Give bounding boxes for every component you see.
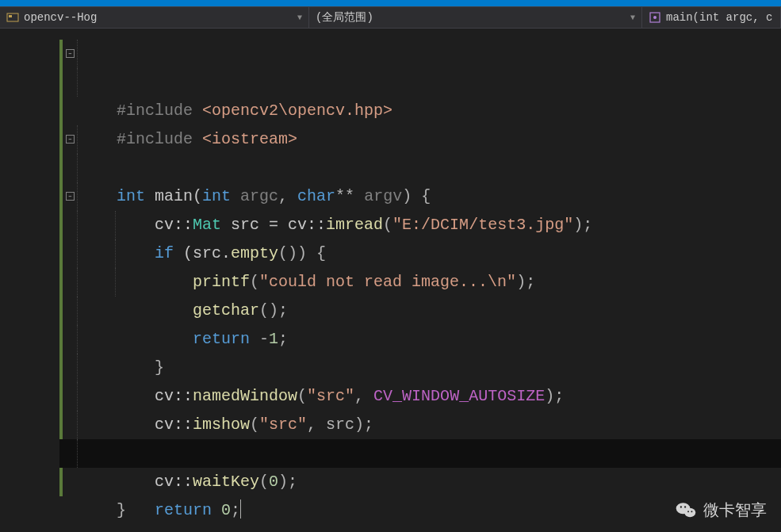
svg-point-5 xyxy=(684,508,695,517)
svg-point-6 xyxy=(680,506,682,507)
code-line: cv::waitKey(0); xyxy=(59,411,781,439)
scope-label: (全局范围) xyxy=(316,10,373,25)
code-line: int main(int argc, char** argv) { xyxy=(59,125,781,154)
code-line: cv::imshow("src", src); xyxy=(59,354,781,382)
svg-rect-1 xyxy=(9,15,12,17)
watermark: 微卡智享 xyxy=(675,499,767,521)
keyword: return xyxy=(155,501,212,519)
code-line-active: return 0; xyxy=(59,439,781,468)
code-line: getchar(); xyxy=(59,239,781,268)
code-line: #include <iostream> xyxy=(59,68,781,97)
function-icon xyxy=(649,11,661,24)
code-line xyxy=(59,382,781,411)
svg-point-8 xyxy=(687,511,689,512)
code-line: } xyxy=(59,468,781,496)
svg-point-9 xyxy=(691,511,692,512)
code-content[interactable]: #include <opencv2\opencv.hpp> #include <… xyxy=(59,29,781,532)
gutter xyxy=(0,29,59,532)
code-line: #include <opencv2\opencv.hpp> xyxy=(59,40,781,68)
code-line: cv::namedWindow("src", CV_WINDOW_AUTOSIZ… xyxy=(59,325,781,354)
code-line: cv::Mat src = cv::imread("E:/DCIM/test3.… xyxy=(59,154,781,182)
punct: } xyxy=(117,501,126,519)
title-bar-accent xyxy=(0,0,781,6)
watermark-text: 微卡智享 xyxy=(703,499,767,521)
punct: ; xyxy=(231,501,240,519)
code-editor[interactable]: - - - #include <opencv2\opencv.hpp> #inc… xyxy=(0,29,781,532)
chevron-down-icon: ▼ xyxy=(630,13,635,22)
code-line: printf("could not read image...\n"); xyxy=(59,211,781,239)
project-dropdown[interactable]: opencv--Hog ▼ xyxy=(0,7,309,28)
scope-dropdown[interactable]: (全局范围) ▼ xyxy=(309,7,642,28)
code-line: if (src.empty()) { xyxy=(59,182,781,211)
wechat-icon xyxy=(675,499,697,521)
code-line: } xyxy=(59,297,781,325)
code-line xyxy=(59,97,781,125)
text-cursor xyxy=(240,499,241,519)
svg-point-3 xyxy=(653,16,657,19)
project-icon xyxy=(6,11,19,24)
function-dropdown[interactable]: main(int argc, c xyxy=(642,7,781,28)
number: 0 xyxy=(221,501,231,519)
context-navbar: opencv--Hog ▼ (全局范围) ▼ main(int argc, c xyxy=(0,6,781,29)
code-line: return -1; xyxy=(59,268,781,297)
svg-point-7 xyxy=(684,506,686,507)
chevron-down-icon: ▼ xyxy=(297,13,302,22)
project-name: opencv--Hog xyxy=(24,11,97,24)
space xyxy=(212,501,221,519)
function-name: main(int argc, c xyxy=(666,11,772,24)
